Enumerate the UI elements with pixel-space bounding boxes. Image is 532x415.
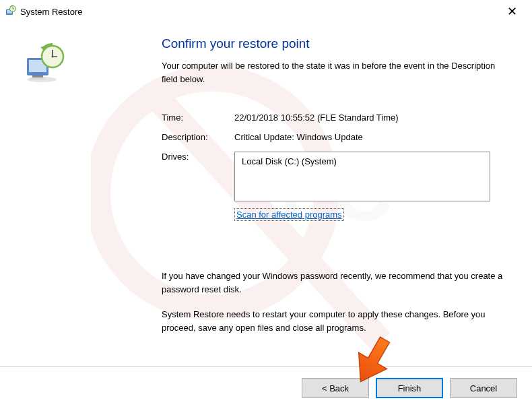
drives-value: Local Disk (C:) (System): [242, 156, 337, 166]
window-title: System Restore: [20, 7, 82, 17]
svg-rect-11: [30, 77, 46, 80]
close-button[interactable]: ✕: [498, 5, 525, 18]
finish-button[interactable]: Finish: [376, 378, 443, 398]
drives-listbox[interactable]: Local Disk (C:) (System): [234, 152, 490, 201]
description-value: Critical Update: Windows Update: [234, 132, 512, 142]
description-label: Description:: [162, 132, 234, 142]
back-button[interactable]: < Back: [302, 378, 369, 398]
restart-note: System Restore needs to restart your com…: [162, 308, 512, 334]
svg-rect-10: [32, 75, 43, 77]
restore-icon-large: [23, 77, 66, 87]
password-note: If you have changed your Windows passwor…: [162, 269, 512, 296]
button-footer: < Back Finish Cancel: [0, 366, 532, 409]
scan-affected-programs-link[interactable]: Scan for affected programs: [234, 208, 344, 221]
time-label: Time:: [162, 113, 234, 123]
titlebar: System Restore ✕: [0, 0, 532, 23]
cancel-button[interactable]: Cancel: [450, 378, 517, 398]
page-heading: Confirm your restore point: [162, 36, 512, 51]
restore-icon-small: [5, 5, 16, 18]
page-subheading: Your computer will be restored to the st…: [162, 59, 512, 86]
time-value: 22/01/2018 10:55:52 (FLE Standard Time): [234, 113, 512, 123]
drives-label: Drives:: [162, 152, 234, 201]
